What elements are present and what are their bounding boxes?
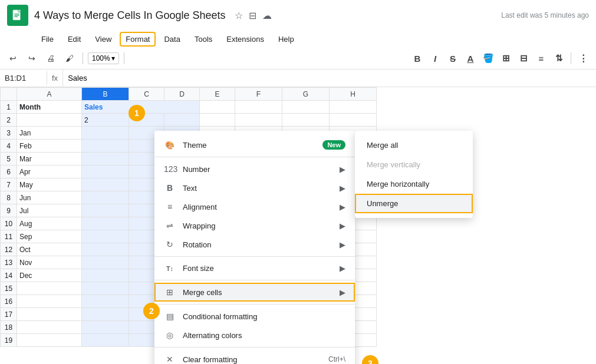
menu-file[interactable]: File <box>35 32 60 47</box>
merge-button[interactable]: ⊟ <box>515 50 532 67</box>
redo-button[interactable]: ↪ <box>24 50 40 67</box>
cell-b19[interactable] <box>82 334 129 347</box>
cell-a1[interactable]: Month <box>17 101 82 114</box>
cell-h2[interactable] <box>330 114 377 127</box>
cell-b1[interactable]: Sales <box>82 101 200 114</box>
cell-a10[interactable]: Aug <box>17 217 82 230</box>
italic-button[interactable]: I <box>427 50 443 67</box>
cell-a12[interactable]: Oct <box>17 243 82 256</box>
menu-extensions[interactable]: Extensions <box>220 32 270 47</box>
cell-b15[interactable] <box>82 282 129 295</box>
cell-a4[interactable]: Feb <box>17 140 82 153</box>
cloud-icon[interactable]: ☁ <box>262 10 272 21</box>
paint-format-button[interactable]: 🖌 <box>61 50 78 67</box>
cell-b13[interactable] <box>82 256 129 269</box>
cell-c2[interactable] <box>129 114 164 127</box>
merge-vertically-item[interactable]: Merge vertically <box>355 155 473 174</box>
cell-b14[interactable] <box>82 269 129 282</box>
cell-b4[interactable] <box>82 140 129 153</box>
cell-b6[interactable] <box>82 166 129 178</box>
cell-f2[interactable] <box>235 114 282 127</box>
cell-h1[interactable] <box>330 101 377 114</box>
merge-cells-menu-item[interactable]: ⊞ Merge cells ▶ <box>154 283 355 302</box>
cell-a14[interactable]: Dec <box>17 269 82 282</box>
fill-color-button[interactable]: 🪣 <box>480 50 496 67</box>
cell-g1[interactable] <box>282 101 330 114</box>
menu-view[interactable]: View <box>89 32 117 47</box>
cell-a5[interactable]: Mar <box>17 153 82 166</box>
strikethrough-button[interactable]: S <box>444 50 461 67</box>
cell-b8[interactable] <box>82 191 129 204</box>
col-header-f[interactable]: F <box>235 88 282 101</box>
cell-a9[interactable]: Jul <box>17 204 82 217</box>
wrapping-menu-item[interactable]: ⇌ Wrapping ▶ <box>154 216 355 235</box>
merge-horizontally-item[interactable]: Merge horizontally <box>355 174 473 194</box>
cell-a8[interactable]: Jun <box>17 191 82 204</box>
clear-formatting-menu-item[interactable]: ✕ Clear formatting Ctrl+\ <box>154 350 355 364</box>
col-header-g[interactable]: G <box>282 88 330 101</box>
cell-b3[interactable] <box>82 127 129 140</box>
more-button[interactable]: ⋮ <box>575 50 591 67</box>
cell-e2[interactable] <box>200 114 235 127</box>
merge-submenu[interactable]: Merge all Merge vertically Merge horizon… <box>355 131 473 218</box>
format-menu[interactable]: 🎨 Theme New 123 Number ▶ B Text ▶ ≡ <box>154 131 355 364</box>
number-menu-item[interactable]: 123 Number ▶ <box>154 160 355 178</box>
underline-button[interactable]: A <box>462 50 479 67</box>
cell-a16[interactable] <box>17 295 82 308</box>
print-button[interactable]: 🖨 <box>42 50 59 67</box>
cell-a15[interactable] <box>17 282 82 295</box>
cell-a3[interactable]: Jan <box>17 127 82 140</box>
cell-a13[interactable]: Nov <box>17 256 82 269</box>
col-header-c[interactable]: C <box>129 88 164 101</box>
cell-reference[interactable]: B1:D1 <box>0 71 47 85</box>
cell-g2[interactable] <box>282 114 330 127</box>
folder-icon[interactable]: ⊟ <box>249 10 256 21</box>
menu-help[interactable]: Help <box>272 32 300 47</box>
fontsize-menu-item[interactable]: T↕ Font size ▶ <box>154 259 355 277</box>
col-header-e[interactable]: E <box>200 88 235 101</box>
conditional-format-menu-item[interactable]: ▤ Conditional formatting <box>154 307 355 326</box>
menu-data[interactable]: Data <box>158 32 186 47</box>
menu-tools[interactable]: Tools <box>189 32 218 47</box>
text-menu-item[interactable]: B Text ▶ <box>154 178 355 197</box>
cell-e1[interactable] <box>200 101 235 114</box>
alternating-colors-menu-item[interactable]: ◎ Alternating colors <box>154 326 355 345</box>
cell-b12[interactable] <box>82 243 129 256</box>
cell-a18[interactable] <box>17 321 82 334</box>
valign-button[interactable]: ⇅ <box>551 50 567 67</box>
unmerge-item[interactable]: Unmerge <box>355 194 473 213</box>
zoom-selector[interactable]: 100% ▾ <box>88 52 119 64</box>
merge-all-item[interactable]: Merge all <box>355 135 473 155</box>
cell-b7[interactable] <box>82 178 129 191</box>
align-button[interactable]: ≡ <box>533 50 549 67</box>
cell-a19[interactable] <box>17 334 82 347</box>
menu-edit[interactable]: Edit <box>62 32 87 47</box>
bold-button[interactable]: B <box>409 50 426 67</box>
cell-b5[interactable] <box>82 153 129 166</box>
cell-b10[interactable] <box>82 217 129 230</box>
cell-b16[interactable] <box>82 295 129 308</box>
cell-a7[interactable]: May <box>17 178 82 191</box>
cell-a11[interactable]: Sep <box>17 230 82 243</box>
cell-d2[interactable] <box>164 114 200 127</box>
cell-b11[interactable] <box>82 230 129 243</box>
col-header-a[interactable]: A <box>17 88 82 101</box>
theme-menu-item[interactable]: 🎨 Theme New <box>154 135 355 154</box>
cell-b2[interactable]: 2 <box>82 114 129 127</box>
menu-format[interactable]: Format <box>120 32 156 47</box>
undo-button[interactable]: ↩ <box>5 50 21 67</box>
cell-b9[interactable] <box>82 204 129 217</box>
cell-a6[interactable]: Apr <box>17 166 82 178</box>
cell-a17[interactable] <box>17 308 82 321</box>
cell-b17[interactable] <box>82 308 129 321</box>
border-button[interactable]: ⊞ <box>498 50 514 67</box>
rotation-menu-item[interactable]: ↻ Rotation ▶ <box>154 235 355 254</box>
cell-a2[interactable] <box>17 114 82 127</box>
cell-f1[interactable] <box>235 101 282 114</box>
col-header-h[interactable]: H <box>330 88 377 101</box>
star-icon[interactable]: ☆ <box>235 10 243 21</box>
alignment-menu-item[interactable]: ≡ Alignment ▶ <box>154 197 355 216</box>
col-header-b[interactable]: B <box>82 88 129 101</box>
col-header-d[interactable]: D <box>164 88 200 101</box>
cell-b18[interactable] <box>82 321 129 334</box>
